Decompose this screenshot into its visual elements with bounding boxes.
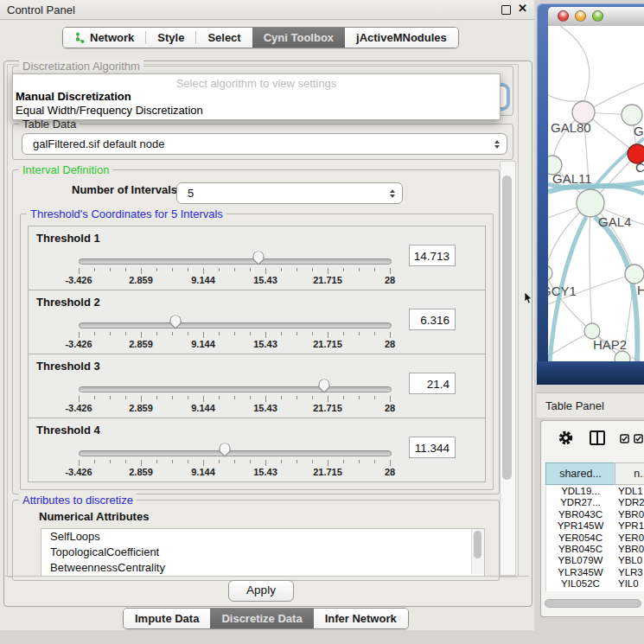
column-header-name[interactable]: n...	[615, 462, 644, 485]
table-row[interactable]: YDR27...YDR2	[546, 497, 644, 508]
network-node[interactable]	[615, 351, 630, 361]
slider-tick	[343, 460, 344, 463]
slider-tick	[188, 332, 188, 335]
threshold-value-field[interactable]: 21.4	[409, 373, 456, 394]
attribute-list-item[interactable]: TopologicalCoefficient	[41, 545, 484, 560]
slider-tick	[374, 332, 375, 335]
table-row[interactable]: YBR043CYBR0	[546, 509, 644, 520]
cell-shared-name: YLR345W	[546, 567, 615, 577]
slider-tick-label: 2.859	[129, 403, 153, 413]
tab-cyni-toolbox[interactable]: Cyni Toolbox	[252, 28, 345, 48]
threshold-row: Threshold 1-3.4262.8599.14415.4321.71528…	[29, 226, 485, 290]
slider-tick	[359, 268, 360, 271]
checkbox-icon[interactable]	[634, 434, 643, 443]
slider-tick	[156, 460, 157, 463]
network-node[interactable]	[577, 189, 604, 217]
table-row[interactable]: YIL052CYIL0	[546, 578, 644, 590]
slider-track[interactable]	[79, 258, 392, 265]
network-node[interactable]	[548, 265, 552, 281]
network-edge[interactable]	[560, 26, 590, 100]
cell-shared-name: YBR043C	[546, 509, 615, 520]
table-row[interactable]: YPR145WYPR1	[546, 520, 644, 532]
list-scrollbar[interactable]	[471, 529, 484, 574]
slider-thumb[interactable]	[317, 378, 331, 394]
mouse-cursor	[524, 292, 533, 304]
tab-select[interactable]: Select	[196, 28, 252, 48]
slider-tick	[281, 268, 282, 271]
table-hscrollbar[interactable]	[545, 599, 641, 608]
slider-tick	[79, 460, 80, 466]
number-of-intervals-label: Number of Intervals	[72, 183, 177, 196]
slider-tick	[312, 332, 313, 335]
slider-track[interactable]	[79, 386, 392, 392]
network-edge[interactable]	[590, 203, 592, 331]
close-icon[interactable]: ✕	[518, 2, 527, 15]
column-header-shared[interactable]: shared...	[545, 462, 615, 485]
threshold-value-field[interactable]: 11.344	[409, 437, 456, 458]
network-node[interactable]	[622, 105, 642, 125]
table-row[interactable]: YER054CYER0	[546, 532, 644, 544]
slider-thumb[interactable]	[218, 442, 232, 458]
slider-tick-label: 28	[385, 403, 395, 413]
slider-tick-label: -3.426	[65, 403, 92, 413]
slider-thumb[interactable]	[252, 250, 265, 266]
table-row[interactable]: YBR045CYBR0	[546, 544, 644, 555]
slider-tick	[250, 460, 251, 463]
threshold-value-field[interactable]: 14.713	[409, 245, 456, 266]
apply-button[interactable]: Apply	[228, 580, 294, 602]
slider-tick	[296, 460, 297, 463]
checkbox-icon[interactable]	[620, 434, 629, 443]
close-traffic-light-icon[interactable]	[558, 10, 569, 22]
threshold-value-field[interactable]: 6.316	[409, 309, 456, 330]
slider-tick-label: 2.859	[129, 275, 153, 285]
cell-shared-name: YDR27...	[546, 497, 615, 507]
slider-track[interactable]	[79, 322, 392, 328]
slider-tick-label: 15.43	[253, 467, 277, 477]
slider-tick	[94, 268, 95, 271]
attribute-list-item[interactable]: SelfLoops	[41, 529, 484, 545]
table-row[interactable]: YLR345WYLR3	[546, 567, 644, 578]
slider-track[interactable]	[79, 450, 392, 456]
tab-infer-network[interactable]: Infer Network	[314, 609, 408, 628]
algorithm-dropdown-popup: Select algorithm to view settings Manual…	[12, 73, 501, 120]
tab-label: Network	[90, 31, 134, 44]
table-row[interactable]: YDL19...YDL1	[546, 486, 644, 497]
control-panel: Control Panel ✕ NetworkStyleSelectCyni T…	[0, 0, 534, 630]
split-columns-icon[interactable]	[590, 430, 605, 445]
slider-thumb[interactable]	[169, 314, 182, 330]
slider-tick-label: -3.426	[65, 339, 92, 349]
slider-tick	[250, 268, 251, 271]
slider-tick	[172, 396, 173, 399]
network-canvas[interactable]: GAL80GACGAL11GAL4GCY1HHAP2	[548, 26, 644, 361]
slider-tick	[172, 460, 173, 463]
network-node[interactable]	[625, 265, 644, 284]
algorithm-option-equal-width[interactable]: Equal Width/Frequency Discretization	[16, 104, 203, 117]
table-row[interactable]: YBL079WYBL0	[546, 555, 644, 566]
slider-tick	[250, 332, 251, 335]
float-window-icon[interactable]	[501, 5, 511, 15]
number-of-intervals-spinner[interactable]: 5	[176, 182, 403, 204]
slider-tick-label: 15.43	[253, 275, 277, 285]
network-edge[interactable]	[548, 95, 584, 101]
algorithm-placeholder-option[interactable]: Select algorithm to view settings	[13, 77, 500, 90]
tab-impute-data[interactable]: Impute Data	[124, 609, 210, 628]
slider-tick-label: -3.426	[65, 467, 92, 477]
cell-name: YBR0	[618, 544, 644, 554]
cell-name: YDL1	[618, 486, 643, 496]
slider-tick-label: 15.43	[253, 339, 277, 349]
slider-tick	[265, 332, 266, 338]
table-data-combobox[interactable]: galFiltered.sif default node	[22, 133, 507, 155]
zoom-traffic-light-icon[interactable]	[592, 10, 603, 22]
slider-tick	[188, 396, 188, 399]
slider-tick-label: 21.715	[313, 467, 342, 477]
minimize-traffic-light-icon[interactable]	[575, 10, 586, 22]
algorithm-option-manual[interactable]: Manual Discretization	[16, 90, 131, 103]
gear-icon[interactable]	[558, 430, 574, 446]
tab-jactivemnodules[interactable]: jActiveMNodules	[345, 28, 458, 48]
network-node-label: H	[637, 283, 644, 297]
attribute-list-item[interactable]: BetweennessCentrality	[41, 560, 484, 576]
tab-discretize-data[interactable]: Discretize Data	[210, 609, 313, 628]
tab-network[interactable]: Network	[63, 28, 145, 48]
tab-style[interactable]: Style	[146, 28, 195, 48]
settings-scrollbar[interactable]	[500, 161, 516, 576]
